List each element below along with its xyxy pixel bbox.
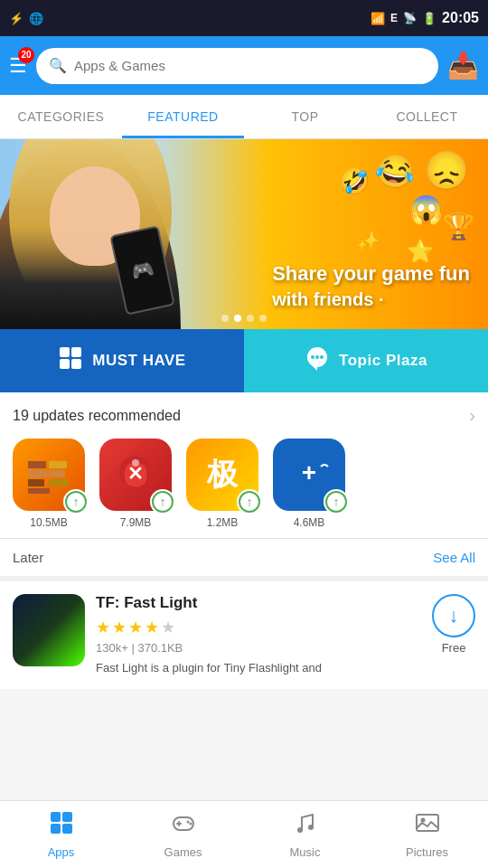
star-rating: ★ ★ ★ ★ ★ <box>96 618 421 637</box>
nav-label-pictures: Pictures <box>406 845 448 859</box>
star-4-half: ★ <box>145 618 159 637</box>
games-nav-icon <box>171 810 196 842</box>
svg-rect-3 <box>71 359 81 369</box>
update-item-3: 极 ↑ 1.2MB <box>186 439 258 529</box>
nav-item-pictures[interactable]: Pictures <box>366 801 488 868</box>
download-circle-icon: ↓ <box>432 594 475 637</box>
emoji-trophy: 🏆 <box>443 212 474 241</box>
apps-nav-icon <box>49 810 74 842</box>
later-label: Later <box>13 550 43 565</box>
updates-title: 19 updates recommended <box>13 408 181 424</box>
svg-rect-22 <box>51 824 61 834</box>
tab-bar: CATEGORIES FEATURED TOP COLLECT <box>0 95 488 139</box>
update-item-4: + ↑ 4.6MB <box>273 439 345 529</box>
nav-item-music[interactable]: Music <box>244 801 366 868</box>
banner: 🎮 😂 😞 😱 🤣 🏆 ⭐ ✨ Share your game fun with… <box>0 139 488 329</box>
svg-rect-14 <box>49 470 65 477</box>
svg-rect-11 <box>28 479 44 486</box>
svg-rect-1 <box>71 347 81 357</box>
tab-featured[interactable]: FEATURED <box>122 95 244 138</box>
earth-icon: 🌐 <box>29 12 43 25</box>
svg-point-17 <box>132 459 139 467</box>
must-have-label: MUST HAVE <box>92 352 185 370</box>
nav-label-music: Music <box>290 845 321 859</box>
update-arrow-3: ↑ <box>239 491 260 513</box>
svg-rect-0 <box>60 347 70 357</box>
tab-top[interactable]: TOP <box>244 95 366 138</box>
app-icon-wrap-4[interactable]: + ↑ <box>273 439 345 511</box>
updates-chevron-icon[interactable]: › <box>469 405 475 426</box>
svg-rect-12 <box>28 488 50 494</box>
featured-app-desc: Fast Light is a plugin for Tiny Flashlig… <box>96 660 421 676</box>
svg-point-6 <box>311 355 314 359</box>
svg-point-8 <box>320 355 324 359</box>
svg-rect-10 <box>28 470 48 477</box>
svg-rect-15 <box>49 479 69 486</box>
app-icon-wrap-1[interactable]: ↑ <box>13 439 85 511</box>
status-left-icons: ⚡ 🌐 <box>9 12 43 25</box>
svg-rect-23 <box>62 824 72 834</box>
dot-4 <box>259 315 267 322</box>
app-size-3: 1.2MB <box>207 516 239 529</box>
tab-categories[interactable]: CATEGORIES <box>0 95 122 138</box>
chat-icon <box>305 345 330 377</box>
signal-e-label: E <box>390 12 398 24</box>
must-have-button[interactable]: MUST HAVE <box>0 329 244 392</box>
svg-point-7 <box>315 355 319 359</box>
app-icon-3-text: 极 <box>207 454 238 495</box>
download-button[interactable]: ↓ Free <box>432 594 475 655</box>
emoji-joy: 🤣 <box>339 166 371 196</box>
see-all-row: Later See All <box>0 539 488 581</box>
nav-label-games: Games <box>164 845 202 859</box>
dot-2 <box>234 315 241 322</box>
header: ☰ 20 🔍 📥 <box>0 36 488 95</box>
update-arrow-2: ↑ <box>152 491 174 513</box>
emoji-screaming: 😱 <box>409 193 443 225</box>
tab-collect[interactable]: COLLECT <box>366 95 488 138</box>
grid-icon <box>58 345 83 377</box>
nav-item-apps[interactable]: Apps <box>0 801 122 868</box>
svg-rect-31 <box>417 815 438 831</box>
emoji-disappointed: 😞 <box>423 148 470 193</box>
menu-button[interactable]: ☰ 20 <box>9 54 27 78</box>
update-arrow-1: ↑ <box>65 491 87 513</box>
inbox-button[interactable]: 📥 <box>447 51 479 80</box>
svg-marker-5 <box>312 365 317 371</box>
svg-point-27 <box>186 821 189 824</box>
update-item-1: ↑ 10.5MB <box>13 439 85 529</box>
app-size-1: 10.5MB <box>30 516 67 529</box>
search-icon: 🔍 <box>49 57 67 74</box>
app-size-2: 7.9MB <box>120 516 152 529</box>
battery-icon: 🔋 <box>422 12 436 25</box>
app-icon-wrap-3[interactable]: 极 ↑ <box>186 439 258 511</box>
topic-plaza-button[interactable]: Topic Plaza <box>244 329 488 392</box>
download-count: 130k+ <box>96 641 128 655</box>
svg-rect-26 <box>176 823 182 825</box>
svg-point-32 <box>420 818 425 823</box>
featured-app: TF: Fast Light ★ ★ ★ ★ ★ 130k+ | 370.1KB… <box>0 581 488 689</box>
free-label: Free <box>442 641 466 655</box>
file-size: 370.1KB <box>137 641 183 655</box>
star-2: ★ <box>112 618 127 637</box>
download-arrow-icon: ↓ <box>449 604 459 627</box>
svg-text:+: + <box>302 458 316 486</box>
pictures-nav-icon <box>415 810 440 842</box>
dot-3 <box>247 315 254 322</box>
wifi-icon: 📶 <box>371 12 385 25</box>
usb-icon: ⚡ <box>9 12 23 25</box>
update-badge-1: ↑ <box>63 489 89 514</box>
app-icon-wrap-2[interactable]: ↑ <box>99 439 172 511</box>
emoji-laughing: 😂 <box>372 149 419 193</box>
search-bar[interactable]: 🔍 <box>36 48 438 84</box>
search-input[interactable] <box>74 58 426 73</box>
update-badge-3: ↑ <box>237 489 262 514</box>
svg-rect-20 <box>51 812 61 822</box>
emoji-star: ⭐ <box>407 239 434 264</box>
phone-logo: 🎮 <box>129 258 155 284</box>
see-all-button[interactable]: See All <box>433 550 475 565</box>
featured-app-title: TF: Fast Light <box>96 594 421 612</box>
nav-item-games[interactable]: Games <box>122 801 244 868</box>
time-display: 20:05 <box>442 10 479 26</box>
update-item-2: ↑ 7.9MB <box>99 439 172 529</box>
nav-label-apps: Apps <box>48 845 75 859</box>
